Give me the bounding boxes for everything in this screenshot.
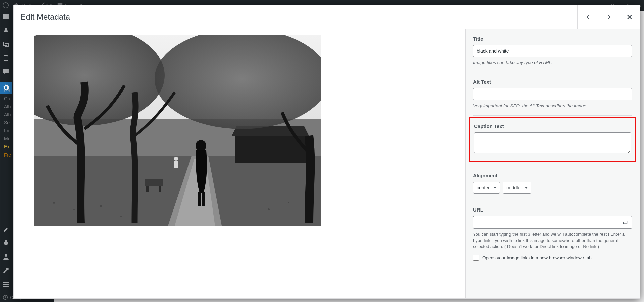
svg-point-25 (100, 205, 102, 207)
alt-help: Very important for SEO, the Alt Text des… (473, 103, 632, 109)
divider (473, 115, 632, 116)
svg-rect-4 (3, 286, 9, 287)
caption-label: Caption Text (474, 123, 631, 129)
settings2-icon[interactable] (3, 281, 9, 289)
tools-icon[interactable] (3, 267, 9, 275)
enter-icon (622, 219, 628, 225)
edit-metadata-modal: Edit Metadata (13, 5, 640, 299)
divider (473, 166, 632, 166)
field-alt: Alt Text Very important for SEO, the Alt… (473, 79, 632, 109)
caption-highlight: Caption Text (469, 117, 636, 162)
svg-rect-3 (3, 284, 9, 285)
url-help: You can start typing the first 3 letter … (473, 231, 632, 250)
url-newtab-row[interactable]: Opens your image links in a new browser … (473, 255, 632, 261)
close-icon (626, 14, 633, 20)
modal-header: Edit Metadata (14, 5, 640, 29)
comments-icon[interactable] (3, 68, 9, 76)
image-preview (34, 35, 321, 226)
appearance-icon[interactable] (3, 226, 9, 234)
prev-button[interactable] (577, 5, 598, 29)
divider (473, 200, 632, 200)
url-input[interactable] (473, 216, 618, 229)
svg-point-27 (268, 208, 270, 210)
svg-rect-11 (235, 136, 306, 163)
svg-rect-21 (198, 192, 201, 206)
chevron-right-icon (605, 14, 612, 20)
title-input[interactable] (473, 45, 632, 57)
url-newtab-checkbox[interactable] (473, 255, 479, 261)
svg-point-26 (120, 216, 122, 217)
media-icon[interactable] (3, 41, 9, 49)
pin-icon[interactable] (3, 27, 9, 35)
alignment-h-select[interactable]: leftcenterright (473, 182, 500, 194)
title-label: Title (473, 36, 632, 42)
svg-rect-15 (145, 179, 163, 186)
svg-point-1 (5, 254, 7, 257)
wp-logo-icon[interactable] (3, 2, 9, 8)
svg-rect-22 (202, 192, 205, 206)
chevron-left-icon (585, 14, 591, 20)
divider (473, 72, 632, 72)
alt-input[interactable] (473, 88, 632, 100)
svg-point-18 (174, 157, 178, 161)
svg-point-28 (288, 202, 289, 203)
image-preview-pane (14, 29, 465, 298)
svg-rect-2 (3, 282, 9, 283)
svg-point-0 (3, 3, 8, 8)
modal-title: Edit Metadata (20, 12, 70, 22)
caption-textarea[interactable] (474, 132, 631, 153)
metadata-form: Title Image titles can take any type of … (465, 29, 640, 298)
alignment-label: Alignment (473, 173, 632, 178)
alt-label: Alt Text (473, 79, 632, 85)
title-help: Image titles can take any type of HTML. (473, 60, 632, 66)
pages-icon[interactable] (3, 55, 9, 62)
svg-point-24 (73, 209, 75, 210)
svg-rect-19 (174, 161, 178, 168)
alignment-v-select[interactable]: topmiddlebottom (503, 182, 531, 194)
field-caption: Caption Text (474, 123, 631, 155)
field-title: Title Image titles can take any type of … (473, 36, 632, 66)
next-button[interactable] (598, 5, 619, 29)
users-icon[interactable] (3, 253, 9, 261)
plugins-icon[interactable] (3, 240, 9, 247)
url-submit-button[interactable] (618, 216, 632, 229)
field-url: URL You can start typing the first 3 let… (473, 207, 632, 261)
url-newtab-label: Opens your image links in a new browser … (482, 255, 593, 260)
field-alignment: Alignment leftcenterright topmiddlebotto… (473, 173, 632, 194)
dashboard-icon[interactable] (3, 13, 9, 21)
url-label: URL (473, 207, 632, 213)
svg-point-23 (53, 202, 55, 204)
close-button[interactable] (619, 5, 640, 29)
svg-point-20 (196, 140, 206, 152)
svg-rect-16 (146, 186, 149, 192)
svg-rect-17 (159, 186, 161, 192)
